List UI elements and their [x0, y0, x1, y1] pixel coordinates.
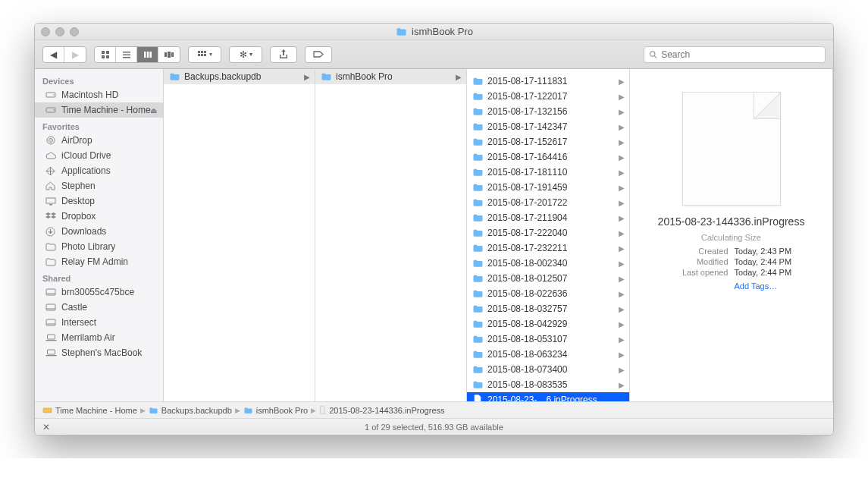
chevron-right-icon: ▶ [619, 244, 625, 253]
list-item[interactable]: 2015-08-17-191459▶ [467, 180, 629, 195]
forward-button[interactable]: ▶ [64, 47, 86, 62]
list-item[interactable]: 2015-08-18-012507▶ [467, 271, 629, 286]
svg-rect-5 [123, 54, 130, 55]
sidebar-item[interactable]: Dropbox [35, 209, 163, 224]
sidebar-item[interactable]: Time Machine - Home⏏ [35, 102, 163, 118]
list-item-label: 2015-08-17-222040 [487, 228, 567, 238]
add-tags-button[interactable]: Add Tags… [735, 281, 821, 291]
column-0[interactable]: Backups.backupdb▶ [164, 69, 315, 401]
main-body: DevicesMacintosh HDTime Machine - Home⏏F… [35, 69, 833, 401]
svg-line-20 [654, 55, 656, 58]
list-item[interactable]: 2015-08-17-232211▶ [467, 240, 629, 256]
preview-filename: 2015-08-23-144336.inProgress [642, 215, 820, 228]
tags-button[interactable] [305, 46, 332, 63]
sidebar-item[interactable]: Macintosh HD [35, 87, 163, 102]
sidebar-item[interactable]: Relay FM Admin [35, 254, 163, 269]
svg-rect-16 [198, 54, 200, 56]
list-item-label: 2015-08-18-063234 [487, 349, 567, 360]
svg-point-22 [53, 94, 55, 96]
sidebar-item[interactable]: Intersect [35, 315, 163, 330]
folder-icon [472, 363, 484, 376]
list-item[interactable]: 2015-08-17-111831▶ [467, 74, 629, 89]
list-item[interactable]: 2015-08-17-222040▶ [467, 225, 629, 240]
svg-rect-3 [106, 55, 109, 58]
list-item[interactable]: 2015-08-17-181110▶ [467, 165, 629, 180]
sidebar-item[interactable]: Stephen [35, 178, 163, 193]
path-crumb[interactable]: 2015-08-23-144336.inProgress [319, 406, 444, 415]
svg-rect-17 [201, 54, 203, 56]
view-icons-button[interactable] [95, 47, 116, 62]
chevron-right-icon: ▶ [619, 214, 625, 222]
list-item-label: 2015-08-17-132156 [487, 106, 567, 117]
view-coverflow-button[interactable] [158, 47, 180, 62]
sidebar-item[interactable]: Castle [35, 300, 163, 315]
list-item[interactable]: 2015-08-18-032757▶ [467, 301, 629, 316]
sidebar-item[interactable]: Photo Library [35, 239, 163, 254]
share-button[interactable] [270, 46, 297, 63]
preview-size-status: Calculating Size [642, 233, 820, 242]
dropbox-icon [45, 212, 57, 221]
list-item[interactable]: ismhBook Pro▶ [315, 69, 466, 84]
chevron-right-icon: ▶ [619, 351, 625, 359]
list-item[interactable]: 2015-08-18-073400▶ [467, 362, 629, 377]
gear-icon: ✻ [240, 49, 247, 60]
svg-rect-13 [198, 51, 200, 53]
arrange-button[interactable]: ▾ [189, 47, 221, 62]
list-item[interactable]: Backups.backupdb▶ [164, 69, 315, 84]
list-item[interactable]: 2015-08-18-063234▶ [467, 347, 629, 362]
sidebar-item[interactable]: Stephen's MacBook [35, 345, 163, 360]
sidebar-item-label: Stephen [61, 181, 96, 191]
list-item[interactable]: 2015-08-18-053107▶ [467, 332, 629, 347]
path-crumb[interactable]: Time Machine - Home [42, 406, 137, 415]
sidebar-item[interactable]: AirDrop [35, 133, 163, 148]
list-item[interactable]: 2015-08-18-042929▶ [467, 316, 629, 332]
eject-icon[interactable]: ⏏ [150, 106, 157, 115]
zoom-window-button[interactable] [70, 27, 79, 36]
list-item[interactable]: 2015-08-23-…6.inProgress [467, 392, 629, 401]
folder-g-icon [45, 258, 57, 266]
chevron-right-icon: ▶ [619, 199, 625, 207]
list-item[interactable]: 2015-08-17-122017▶ [467, 89, 629, 104]
path-crumb[interactable]: Backups.backupdb [149, 406, 232, 415]
folder-icon [472, 136, 484, 148]
sidebar-item[interactable]: Desktop [35, 193, 163, 209]
list-item[interactable]: 2015-08-17-211904▶ [467, 210, 629, 225]
column-2[interactable]: 2015-08-17-111831▶2015-08-17-122017▶2015… [467, 69, 630, 401]
chevron-right-icon: ▶ [619, 290, 625, 298]
search-field[interactable] [644, 46, 826, 63]
sidebar-item[interactable]: brn30055c475bce [35, 285, 163, 300]
titlebar: ismhBook Pro [35, 24, 833, 40]
list-item-label: 2015-08-18-022636 [487, 288, 567, 299]
list-item-label: 2015-08-23-…6.inProgress [487, 395, 597, 401]
list-item[interactable]: 2015-08-17-164416▶ [467, 149, 629, 165]
close-window-button[interactable] [41, 27, 50, 36]
back-button[interactable]: ◀ [43, 47, 64, 62]
action-button[interactable]: ✻▾ [230, 47, 262, 62]
sidebar-item-label: Dropbox [61, 211, 96, 222]
list-item[interactable]: 2015-08-18-083535▶ [467, 377, 629, 392]
folder-icon [395, 26, 407, 38]
sidebar-item[interactable]: Applications [35, 163, 163, 178]
drive-icon [42, 407, 52, 414]
list-item[interactable]: 2015-08-17-201722▶ [467, 195, 629, 210]
stop-button[interactable]: ✕ [42, 422, 50, 432]
path-crumb[interactable]: ismhBook Pro [243, 406, 308, 415]
svg-rect-4 [123, 52, 130, 53]
sidebar-item-label: Merrilamb Air [61, 332, 115, 343]
view-list-button[interactable] [116, 47, 137, 62]
sidebar-item[interactable]: Merrilamb Air [35, 330, 163, 345]
list-item[interactable]: 2015-08-17-132156▶ [467, 104, 629, 119]
view-columns-button[interactable] [137, 47, 158, 62]
list-item[interactable]: 2015-08-17-142347▶ [467, 119, 629, 134]
folder-icon [320, 71, 332, 83]
list-item[interactable]: 2015-08-18-002340▶ [467, 256, 629, 271]
sidebar-item[interactable]: iCloud Drive [35, 148, 163, 163]
search-input[interactable] [661, 49, 820, 60]
meta-created-key: Created [642, 247, 729, 256]
sidebar-item[interactable]: Downloads [35, 224, 163, 239]
minimize-window-button[interactable] [55, 27, 64, 36]
list-item[interactable]: 2015-08-17-152617▶ [467, 134, 629, 149]
view-buttons [94, 46, 180, 63]
list-item[interactable]: 2015-08-18-022636▶ [467, 286, 629, 301]
column-1[interactable]: ismhBook Pro▶ [315, 69, 467, 401]
